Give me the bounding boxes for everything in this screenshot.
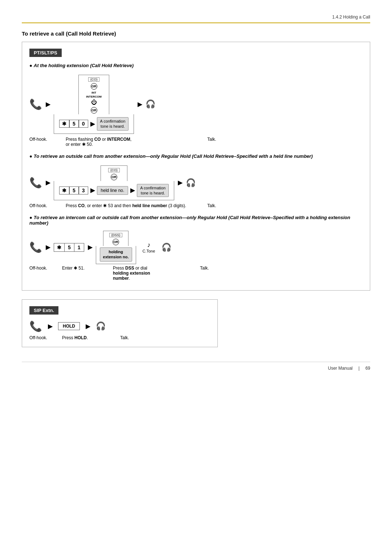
talk-icon-sip: 🎧: [96, 321, 106, 331]
key-0-1: 0: [79, 120, 88, 128]
caption-press-1: Press flashing CO or INTERCOM,or enter ✱…: [62, 137, 200, 147]
key-5-1: 5: [69, 120, 79, 128]
ctone-group: ♪ C.Tone: [143, 241, 155, 253]
header-divider: [22, 22, 370, 23]
section2-title: ●To retrieve an outside call from anothe…: [29, 153, 363, 159]
arrow-sip-b: ▶: [86, 323, 90, 330]
bracket-options-1: (CO) OR INT INTERCOM ⏻ OR ✱ 5 0 ▶ A conf…: [54, 73, 134, 135]
talk-icon-2: 🎧: [186, 178, 196, 188]
bracket-options-3: (DSS) OR holdingextension no.: [96, 231, 136, 264]
offhook-icon-2: 📞: [29, 177, 42, 189]
holding-ext-box-3: holdingextension no.: [100, 247, 132, 262]
intercom-btn-icon-1: ⏻: [91, 99, 97, 106]
caption-enter-3: Enter ✱ 51.: [62, 266, 113, 271]
arrow-1a: ▶: [46, 101, 50, 108]
sip-flow: 📞 ▶ HOLD ▶ 🎧: [29, 320, 210, 332]
section1-title: ●At the holding extension (Call Hold Ret…: [29, 63, 363, 68]
section2-flow: 📞 ▶ (CO) OR ✱ 5 3 ▶ held line no. ▶ A co…: [29, 164, 363, 202]
key-group-3: ✱ 5 1: [54, 243, 84, 252]
caption-talk-3: Talk.: [193, 266, 215, 271]
key-5-3: 5: [65, 243, 74, 251]
section2-caption: Off-hook. Press CO, or enter ✱ 53 and th…: [29, 203, 363, 208]
held-line-box-2: held line no.: [97, 186, 128, 195]
talk-icon-3: 🎧: [162, 243, 171, 252]
arrow-2a: ▶: [46, 179, 50, 186]
or-circle-2: OR: [91, 107, 97, 114]
bracket-options-2: (CO) OR ✱ 5 3 ▶ held line no. ▶ A confir…: [54, 164, 174, 202]
key-5-2: 5: [69, 186, 79, 194]
header-section: 1.4.2 Holding a Call: [22, 15, 370, 20]
arrow-sip-a: ▶: [48, 323, 52, 330]
talk-icon-1: 🎧: [146, 99, 155, 109]
footer-separator: |: [359, 366, 360, 371]
key-3-2: 3: [79, 186, 88, 194]
arrow-3b: ▶: [88, 244, 92, 251]
dss-label-3: (DSS): [109, 233, 123, 237]
section3-flow: 📞 ▶ ✱ 5 1 ▶ (DSS) OR holdingextension no…: [29, 231, 363, 264]
note-icon-3: ♪: [147, 241, 150, 249]
sip-caption-press: Press HOLD.: [62, 335, 120, 340]
caption-press-2: Press CO, or enter ✱ 53 and then held li…: [62, 203, 200, 208]
confirmation-box-1: A confirmationtone is heard.: [97, 117, 129, 131]
arrow-1c: ▶: [138, 101, 142, 108]
key-1-3: 1: [74, 243, 84, 251]
caption-offhook-3: Off-hook.: [29, 266, 62, 271]
caption-offhook-2: Off-hook.: [29, 203, 62, 208]
caption-offhook-1: Off-hook.: [29, 137, 62, 142]
offhook-icon-3: 📞: [29, 241, 42, 253]
arrow-1b: ▶: [90, 120, 95, 127]
section3-caption: Off-hook. Enter ✱ 51. Press DSS or dialh…: [29, 266, 363, 281]
sip-extn-box: SIP Extn. 📞 ▶ HOLD ▶ 🎧 Off-hook. Press H…: [22, 299, 218, 347]
footer: User Manual | 69: [22, 362, 370, 371]
key-star-2: ✱: [59, 186, 69, 194]
caption-press-3: Press DSS or dialholding extensionnumber…: [113, 266, 193, 281]
pt-box-header: PT/SLT/PS: [29, 49, 62, 57]
sip-box-header: SIP Extn.: [29, 306, 58, 315]
or-circle-3: OR: [111, 174, 117, 180]
footer-page: 69: [366, 366, 370, 371]
arrow-3a: ▶: [46, 244, 50, 251]
footer-label: User Manual: [328, 366, 352, 371]
caption-talk-2: Talk.: [200, 203, 222, 208]
section1-flow: 📞 ▶ (CO) OR INT INTERCOM ⏻ OR ✱ 5 0 ▶ A …: [29, 73, 363, 135]
caption-talk-1: Talk.: [200, 137, 222, 142]
or-circle-1: OR: [91, 83, 97, 90]
sip-caption-offhook: Off-hook.: [29, 335, 62, 340]
hold-btn-sip[interactable]: HOLD: [58, 322, 80, 330]
confirmation-box-2: A confirmationtone is heard.: [137, 184, 169, 197]
page-heading: To retrieve a call (Call Hold Retrieve): [22, 30, 370, 37]
key-star-1: ✱: [59, 120, 69, 128]
arrow-2c: ▶: [130, 187, 135, 194]
sip-caption: Off-hook. Press HOLD. Talk.: [29, 335, 210, 340]
co-label-2: (CO): [108, 168, 120, 172]
section-label: 1.4.2 Holding a Call: [332, 15, 370, 20]
arrow-2d: ▶: [178, 179, 182, 186]
offhook-icon-sip: 📞: [29, 320, 42, 332]
pt-slt-ps-box: PT/SLT/PS ●At the holding extension (Cal…: [22, 42, 370, 291]
intercom-label-1: INTERCOM: [86, 95, 102, 98]
offhook-icon-1: 📞: [29, 98, 42, 110]
int-label-1: INT: [91, 91, 96, 94]
ctone-label-3: C.Tone: [143, 249, 155, 253]
section3-title: ●To retrieve an intercom call or outside…: [29, 215, 363, 226]
key-star-3: ✱: [54, 243, 65, 251]
arrow-2b: ▶: [90, 187, 95, 194]
section1-caption: Off-hook. Press flashing CO or INTERCOM,…: [29, 137, 363, 147]
sip-caption-talk: Talk.: [120, 335, 129, 340]
or-circle-4: OR: [113, 239, 119, 245]
co-label-1: (CO): [88, 77, 100, 82]
